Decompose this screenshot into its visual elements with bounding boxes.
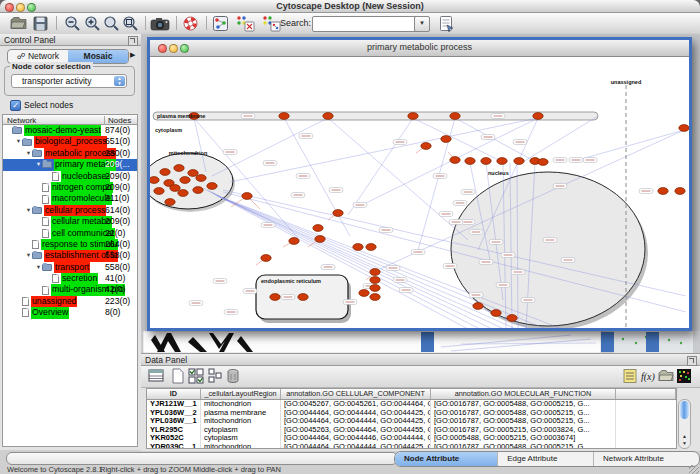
expand-arrow-icon[interactable]: ▼ — [25, 250, 32, 261]
network-graph[interactable]: plasma membranecytoplasmmitochondrionnuc… — [150, 57, 689, 328]
cytoscape-window: Cytoscape Desktop (New Session) Search: … — [0, 0, 700, 474]
svg-text:nucleus: nucleus — [488, 170, 509, 176]
node-attribute-table[interactable]: ID_cellularLayoutRegionannotation.GO CEL… — [146, 388, 677, 449]
scroll-down-icon[interactable]: ▼ — [679, 440, 690, 447]
tree-row[interactable]: macromolecule311(0) — [3, 193, 137, 204]
matrix-view-icon[interactable] — [676, 368, 692, 384]
expand-arrow-icon[interactable]: ▼ — [35, 159, 42, 170]
expand-arrow-icon[interactable]: ▼ — [25, 205, 32, 216]
import-attributes-icon[interactable] — [658, 368, 674, 384]
table-cell: [GO:0045267, GO:0045261, GO:0044464, G..… — [281, 400, 431, 409]
column-header[interactable]: ID — [147, 389, 201, 399]
folder-icon — [32, 252, 42, 259]
tree-row-count: 280(0) — [105, 148, 130, 159]
expand-arrow-icon[interactable]: ▼ — [25, 148, 32, 159]
tree-row[interactable]: ▼establishment of lo558(0) — [3, 250, 137, 261]
table-row[interactable]: YLR295Ccytoplasm[GO:0045263, GO:0044464,… — [147, 426, 676, 435]
tree-row[interactable]: ▼transport558(0) — [3, 262, 137, 273]
tree-row[interactable]: cellular metabo209(0) — [3, 216, 137, 227]
table-row[interactable]: YKR052Ccytoplasm[GO:0044464, GO:0044446,… — [147, 434, 676, 443]
table-cell: [GO:0044464, GO:0044444, GO:0044425, G..… — [281, 443, 431, 449]
tree-row-label: nitrogen compo — [51, 182, 113, 193]
float-panel-icon[interactable] — [128, 36, 138, 46]
table-row[interactable]: YPL036W__2plasma membrane[GO:0044464, GO… — [147, 409, 676, 418]
tree-row[interactable]: ▼biological_process651(0) — [3, 136, 137, 147]
attribute-browser-tabs: Node Attribute BrowserEdge Attribute Bro… — [394, 451, 700, 467]
network-canvas[interactable]: plasma membranecytoplasmmitochondrionnuc… — [150, 57, 689, 328]
network-view-titlebar[interactable]: primary metabolic process — [150, 40, 689, 57]
float-panel-icon[interactable] — [687, 356, 697, 366]
help-lifesaver-icon[interactable] — [182, 15, 199, 32]
network-file-icon — [52, 172, 59, 181]
expand-arrow-icon[interactable]: ▼ — [15, 136, 22, 147]
select-nodes-checkbox[interactable]: ✓ — [10, 100, 21, 111]
vizmapper-edit-icon[interactable] — [262, 15, 281, 32]
tree-row[interactable]: secretion41(0) — [3, 273, 137, 284]
bottom-tab[interactable]: Node Attribute Browser — [395, 452, 498, 466]
table-cell: mitochondrion — [201, 417, 281, 426]
tree-row[interactable]: unassigned223(0) — [3, 296, 137, 307]
new-attribute-icon[interactable] — [170, 368, 186, 384]
zoom-out-icon[interactable] — [64, 15, 81, 32]
network-file-icon — [42, 286, 49, 295]
table-row[interactable]: YPL036W__1mitochondrion[GO:0044464, GO:0… — [147, 417, 676, 426]
toolbar-separator — [145, 16, 146, 30]
open-session-icon[interactable] — [10, 15, 27, 32]
resize-grip[interactable] — [689, 465, 699, 474]
column-header[interactable]: _cellularLayoutRegion — [201, 389, 281, 399]
tree-row[interactable]: multi-organism pro42(0) — [3, 284, 137, 295]
tree-row[interactable]: Overview8(0) — [3, 307, 137, 318]
tree-row[interactable]: nitrogen compo209(0) — [3, 182, 137, 193]
table-cell: [GO:0016787, GO:0005488, GO:0005215, G..… — [431, 417, 616, 426]
search-label: Search: — [280, 18, 311, 28]
expand-arrow-icon[interactable]: ▼ — [35, 262, 42, 273]
table-scrollbar[interactable]: ▲ ▼ — [678, 399, 691, 449]
attribute-list-icon[interactable] — [622, 368, 638, 384]
tree-row[interactable]: cell communicat22(0) — [3, 228, 137, 239]
vizmapper-icon[interactable] — [236, 15, 255, 32]
network-overview-icon[interactable] — [212, 15, 229, 32]
delete-attribute-icon[interactable] — [225, 368, 241, 384]
bottom-tab[interactable]: Network Attribute Browser — [594, 452, 699, 466]
scrollbar-thumb[interactable] — [680, 401, 689, 419]
network-file-icon — [42, 183, 49, 192]
table-cell: [GO:0016787, GO:0005488, GO:0005215, G..… — [431, 400, 616, 409]
column-network[interactable]: Network — [7, 116, 36, 125]
search-input[interactable] — [312, 16, 418, 32]
column-nodes[interactable]: Nodes — [104, 116, 131, 125]
table-row[interactable]: YDR039C__1mitochondrion[GO:0044464, GO:0… — [147, 443, 676, 449]
select-attributes-icon[interactable] — [188, 368, 204, 384]
attribute-table-icon[interactable] — [148, 368, 164, 384]
unselect-attributes-icon[interactable] — [207, 368, 223, 384]
search-index-icon[interactable] — [438, 15, 455, 32]
function-builder-icon[interactable]: f(x) — [640, 368, 656, 384]
column-header[interactable]: annotation.GO CELLULAR_COMPONENT — [281, 389, 431, 399]
zoom-in-icon[interactable] — [84, 15, 101, 32]
network-view-window[interactable]: primary metabolic process plasma membran… — [147, 37, 692, 331]
group-legend: Node color selection — [10, 62, 93, 71]
save-session-icon[interactable] — [32, 15, 49, 32]
search-dropdown-arrow[interactable]: ▼ — [414, 16, 430, 32]
table-cell: mitochondrion — [201, 443, 281, 449]
tree-row[interactable]: ▼cellular process614(0) — [3, 205, 137, 216]
zoom-fit-icon[interactable] — [122, 15, 139, 32]
zoom-selected-icon[interactable] — [103, 15, 120, 32]
tabs-overflow-arrow[interactable]: ▶ — [130, 51, 135, 59]
network-file-icon — [42, 229, 49, 238]
network-file-icon — [22, 308, 29, 317]
table-row[interactable]: YJR121W__1mitochondrion[GO:0045267, GO:0… — [147, 400, 676, 409]
tree-row[interactable]: ▼primary metabo209(... — [3, 159, 137, 170]
snapshot-camera-icon[interactable] — [150, 15, 170, 32]
tree-row[interactable]: mosaic-demo-yeast874(0) — [3, 125, 137, 136]
tree-row[interactable]: response to stimulu264(0) — [3, 239, 137, 250]
tree-row-count: 651(0) — [105, 136, 130, 147]
tree-row-count: 209(0) — [105, 171, 130, 182]
column-header[interactable]: annotation.GO MOLECULAR_FUNCTION — [431, 389, 616, 399]
tree-row[interactable]: ▼metabolic process280(0) — [3, 148, 137, 159]
folder-icon — [42, 161, 52, 168]
scroll-up-icon[interactable]: ▲ — [679, 433, 690, 440]
tree-row-label: macromolecule — [51, 193, 112, 204]
bottom-tab[interactable]: Edge Attribute Browser — [498, 452, 594, 466]
tree-row[interactable]: nucleobase-209(0) — [3, 171, 137, 182]
node-color-dropdown[interactable]: transporter activity ▲▼ — [11, 74, 127, 88]
